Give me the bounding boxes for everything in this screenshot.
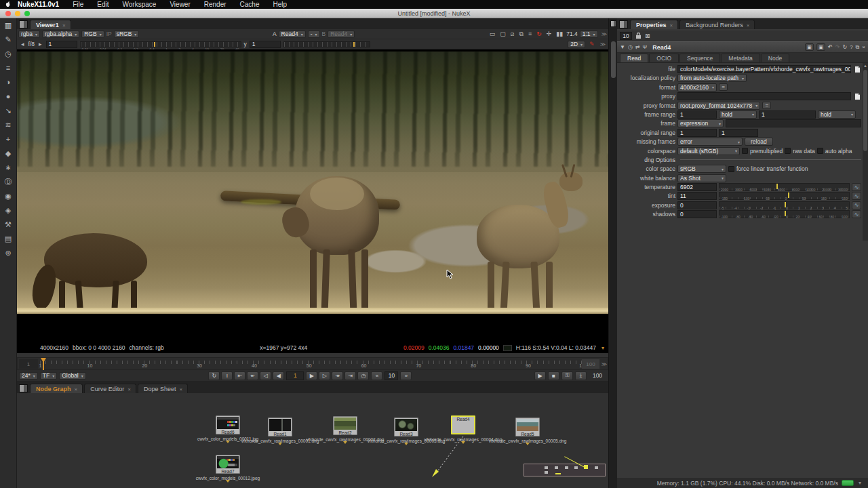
zoom-level[interactable]: 71.4 [566,30,578,37]
format-equals-button[interactable]: = [719,83,728,91]
undo-icon[interactable]: ↶ [828,44,833,50]
node-read2[interactable]: Read2vfxhorde_cwvfx_rawImages_00002.dng [333,416,357,435]
display-channels-select[interactable]: RGB▾ [81,30,104,38]
frame-range-start-mode-select[interactable]: hold▾ [719,110,757,119]
node-read1[interactable]: Read1vfxhorde_cwvfx_rawImages_00001.dng [268,418,292,436]
close-icon[interactable]: × [62,22,66,28]
step-forward-10-button[interactable]: » [400,371,412,380]
layers-icon[interactable]: ⧉ [518,30,525,38]
roi-icon[interactable]: ✛ [545,30,553,37]
menu-item-edit[interactable]: Edit [90,1,115,8]
shadows-curve-icon[interactable]: ∿ [852,210,861,218]
tab-background-renders[interactable]: Background Renders × [679,20,755,29]
gamma-slider[interactable] [283,41,370,47]
gamma-input[interactable]: 1 [250,41,281,48]
tint-input[interactable]: 11 [677,192,717,200]
node-tab-read[interactable]: Read [620,54,648,62]
frame-range-scope-select[interactable]: Global▾ [59,372,86,380]
close-icon[interactable]: × [75,386,78,392]
overflow-chevron-icon[interactable]: ≫ [600,41,606,47]
exposure-slider[interactable]: -5-4-3-2-1012345 [719,201,850,209]
node-read4[interactable]: Read4vfxhorde_cwvfx_rawImages_00004.dng [451,415,475,434]
close-icon[interactable]: × [127,386,131,392]
render-flag-button[interactable]: ⤓ [575,371,587,380]
frame-range-start-input[interactable]: 1 [677,110,717,119]
frame-expression-input[interactable] [726,119,861,127]
frame-range-end-input[interactable]: 1 [759,110,816,119]
file-browser-icon[interactable] [853,92,861,100]
dng-colorspace-select[interactable]: sRGB▾ [677,165,726,173]
close-all-panels-icon[interactable]: ⊠ [645,33,650,39]
node-graph-minimap[interactable] [524,464,606,476]
menu-item-render[interactable]: Render [197,1,233,8]
keyer-icon[interactable]: ↘ [1,106,15,115]
auto-alpha-checkbox[interactable] [817,148,823,154]
current-frame-input[interactable]: 1 [286,371,304,380]
file-browser-icon[interactable] [853,65,861,73]
tab-curve-editor[interactable]: Curve Editor × [84,384,136,393]
timeline-filter-select[interactable]: TF▾ [40,372,57,380]
node-read7[interactable]: Read7cwvfx_color_models_00012.jpeg [216,455,240,474]
image-icon[interactable]: ▥ [1,21,15,29]
format-select[interactable]: 4000x2160▾ [677,83,717,92]
fullscreen-button[interactable]: ■ [548,371,559,380]
tab-viewer1[interactable]: Viewer1 × [30,20,71,29]
step-forward-button[interactable]: ▷ [319,371,330,380]
goto-start-button[interactable]: ⇤ [234,371,245,380]
tab-node-graph[interactable]: Node Graph × [30,384,83,393]
ab-blend-select[interactable]: -▾ [308,30,320,38]
panel-menu-icon[interactable] [619,20,628,28]
close-icon[interactable]: × [179,386,182,392]
proxy-format-select[interactable]: root.proxy_format 1024x778▾ [677,102,760,110]
input-a-select[interactable]: Read4▾ [279,30,306,38]
lock-range-button[interactable]: ⚿ [561,371,573,380]
tab-properties[interactable]: Properties × [630,20,678,29]
max-panels-input[interactable]: 10 [620,32,632,40]
tint-slider[interactable]: -150-100-50050100150 [719,192,850,200]
range-lock-button[interactable]: I [221,371,233,380]
layer-select[interactable]: rgba▾ [18,30,40,38]
play-forward-button[interactable]: ▶ [306,371,317,380]
temperature-input[interactable]: 6902 [677,183,717,191]
overflow-chevron-icon[interactable]: ≫ [601,31,607,37]
white-balance-select[interactable]: As Shot▾ [677,174,726,182]
gain-increment-icon[interactable]: ▸ [37,41,43,47]
close-icon[interactable]: × [670,22,673,28]
menu-item-viewer[interactable]: Viewer [163,1,197,8]
exposure-input[interactable]: 0 [677,201,717,209]
shadows-slider[interactable]: -100-80-60-40-20020406080100 [719,210,850,218]
close-panel-icon[interactable]: × [862,44,865,50]
proxy-input[interactable] [677,92,851,100]
playhead[interactable] [41,358,47,371]
timeline-ruler[interactable]: 1 1102030405060708090100 100 ≫ [17,357,608,370]
lock-panels-icon[interactable] [635,30,642,42]
color-icon[interactable]: ◑ [1,78,15,86]
guides-icon[interactable]: ≡ [527,30,533,37]
rotopaint-brush-icon[interactable]: ✎ [588,41,596,47]
timeline-chevron-icon[interactable]: ≫ [601,361,607,367]
missing-frames-select[interactable]: error▾ [677,138,743,146]
prev-keyframe-button[interactable]: ↞ [247,371,258,380]
scrollbar-thumb[interactable] [863,70,867,151]
menu-item-file[interactable]: File [66,1,90,8]
flipbook-play-button[interactable]: ▶ [534,371,546,380]
colorspace-select[interactable]: default (sRGB)▾ [677,147,740,155]
viewer-scrollbar-thumb[interactable] [611,41,616,78]
close-icon[interactable]: × [747,22,750,28]
filter-icon[interactable]: ● [1,92,15,100]
gain-input[interactable]: 1 [46,41,77,48]
transform-icon[interactable]: + [1,135,15,143]
frame-format-icon[interactable]: ▭ [488,30,497,37]
revert-icon[interactable]: ↻ [842,44,847,50]
draw-icon[interactable]: ✎ [1,35,15,43]
viewer-mode-select[interactable]: 2D▾ [568,41,585,48]
fps-select[interactable]: 24*▾ [19,372,38,380]
viewer-lut-select[interactable]: sRGB▾ [114,30,140,38]
menu-item-nukex11-0v1[interactable]: NukeX11.0v1 [15,1,66,8]
node-read5[interactable]: Read5vfxhorde_cwvfx_rawImages_00005.dng [515,418,540,436]
shadows-input[interactable]: 0 [677,210,717,218]
gain-decrement-icon[interactable]: ◂ [20,41,26,47]
temperature-slider[interactable]: 200030004000500060008000100002000030000 [719,183,850,191]
reload-button[interactable]: reload [745,138,773,146]
panel-menu-icon[interactable] [19,20,28,28]
